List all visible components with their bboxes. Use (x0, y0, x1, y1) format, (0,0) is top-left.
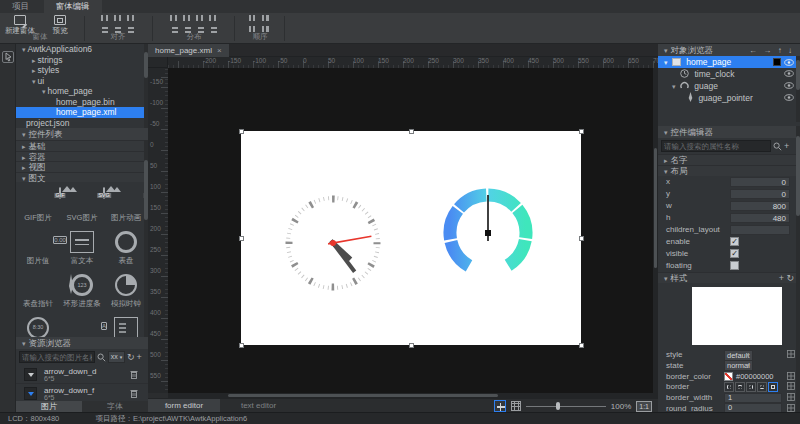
refresh-style-icon[interactable]: ↻ (786, 273, 794, 283)
align-right-icon[interactable] (127, 14, 136, 22)
prop-children-layout-input[interactable] (730, 225, 790, 235)
section-layout[interactable]: ▾布局 (658, 165, 800, 176)
tab-text-editor[interactable]: text editor (223, 399, 295, 413)
selection-handle[interactable] (239, 236, 244, 241)
dist-h-gap-icon[interactable] (209, 14, 218, 22)
state-grid-icon[interactable] (787, 382, 795, 390)
section-name[interactable]: ▸名字 (658, 154, 800, 165)
object-guage-pointer[interactable]: guage_pointer (658, 92, 800, 104)
border-left-button[interactable] (724, 382, 734, 392)
send-back-icon[interactable] (262, 14, 271, 22)
category-basic[interactable]: ▸基础 (16, 140, 148, 151)
add-style-icon[interactable]: + (779, 273, 784, 283)
widget-gauge[interactable]: 表盘 (104, 225, 148, 268)
align-left-icon[interactable] (101, 14, 110, 22)
selection-handle[interactable] (409, 343, 414, 348)
eye-icon[interactable] (784, 70, 794, 77)
dist-h-left-icon[interactable] (170, 14, 179, 22)
object-guage[interactable]: ▾ guage (658, 80, 800, 92)
widget-editor-scrollbar[interactable] (796, 126, 800, 412)
resource-filter-dropdown[interactable]: xx ▾ (108, 351, 125, 363)
enable-checkbox[interactable]: ✓ (730, 237, 739, 246)
category-container[interactable]: ▸容器 (16, 151, 148, 162)
tree-item-styles[interactable]: ▸styles (16, 65, 148, 76)
move-right-icon[interactable]: → (763, 46, 771, 55)
tab-images[interactable]: 图片 (16, 401, 82, 412)
selection-handle[interactable] (239, 129, 244, 134)
object-home-page[interactable]: ▾ home_page (658, 56, 800, 68)
selection-handle[interactable] (579, 129, 584, 134)
move-down-icon[interactable]: ↓ (788, 46, 792, 55)
resource-search-input[interactable] (19, 351, 95, 363)
zoom-slider[interactable] (526, 401, 606, 411)
widget-gauge-pointer[interactable]: 表盘指针 (16, 268, 60, 311)
search-icon[interactable] (773, 142, 782, 151)
border-all-button[interactable] (768, 382, 778, 392)
widget-svg-image[interactable]: SVGSVG图片 (60, 182, 104, 225)
selection-handle[interactable] (409, 129, 414, 134)
search-icon[interactable] (97, 353, 106, 362)
tab-form-editor[interactable]: form editor (148, 399, 220, 413)
move-up-icon[interactable]: ↑ (778, 46, 782, 55)
category-view[interactable]: ▸视图 (16, 161, 148, 172)
floating-checkbox[interactable] (730, 261, 739, 270)
select-tool-button[interactable] (2, 51, 14, 63)
tree-item-strings[interactable]: ▸strings (16, 55, 148, 66)
tree-item-home-page-xml[interactable]: home_page.xml (16, 107, 148, 118)
resource-item[interactable]: arrow_down_d 6*5 (16, 365, 148, 384)
border-bottom-button[interactable] (757, 382, 767, 392)
object-time-clock[interactable]: time_clock (658, 68, 800, 80)
dist-h-right-icon[interactable] (196, 14, 205, 22)
prop-y-input[interactable]: 0 (730, 189, 790, 199)
tree-item-root[interactable]: ▾AwtkApplication6 (16, 44, 148, 55)
state-grid-icon[interactable] (787, 350, 795, 358)
widget-editor-header[interactable]: ▾控件编辑器 (658, 126, 800, 138)
widget-analog-clock[interactable]: 模拟时钟 (104, 268, 148, 311)
widget-rich-text[interactable]: 富文本 (60, 225, 104, 268)
tab-fonts[interactable]: 字体 (82, 401, 148, 412)
widget-list-header[interactable]: ▾控件列表 (16, 128, 148, 140)
prop-w-input[interactable]: 800 (730, 201, 790, 211)
guage-widget[interactable] (438, 183, 538, 283)
tree-item-ui[interactable]: ▾ui (16, 76, 148, 87)
visible-checkbox[interactable]: ✓ (730, 249, 739, 258)
section-style[interactable]: ▾样式 + ↻ (658, 272, 800, 283)
object-browser-header[interactable]: ▾对象浏览器 ← → ↑ ↓ (658, 44, 800, 56)
tree-item-home-page[interactable]: ▾home_page (16, 86, 148, 97)
border-top-button[interactable] (735, 382, 745, 392)
widget-image-animation[interactable]: ‖▶图片动画 (104, 182, 148, 225)
prop-h-input[interactable]: 480 (730, 213, 790, 223)
eye-icon[interactable] (784, 82, 794, 89)
ribbon-tab-form-edit[interactable]: 窗体编辑 (44, 0, 102, 13)
widget-progress-circle[interactable]: 123环形进度条 (60, 268, 104, 311)
form-canvas[interactable] (241, 131, 581, 345)
delete-icon[interactable] (130, 370, 138, 379)
close-icon[interactable]: × (217, 46, 222, 55)
widget-list-view[interactable] (104, 311, 148, 337)
resource-browser-header[interactable]: ▾资源浏览器 (16, 337, 148, 349)
dist-h-center-icon[interactable] (183, 14, 192, 22)
selection-handle[interactable] (579, 236, 584, 241)
document-tab[interactable]: home_page.xml × (148, 44, 229, 57)
add-resource-icon[interactable]: + (137, 351, 142, 363)
move-left-icon[interactable]: ← (749, 46, 757, 55)
border-right-button[interactable] (746, 382, 756, 392)
state-grid-icon[interactable] (787, 404, 795, 412)
widget-gif-image[interactable]: GIFGIF图片 (16, 182, 60, 225)
tree-item-project-json[interactable]: project.json (16, 118, 148, 129)
time-clock-widget[interactable] (283, 193, 383, 293)
object-browser-scrollbar[interactable] (796, 56, 800, 122)
zoom-1-1-button[interactable]: 1:1 (636, 401, 652, 412)
ribbon-tab-project[interactable]: 项目 (0, 0, 41, 13)
grid-toggle-icon[interactable] (511, 401, 521, 411)
eye-icon[interactable] (784, 59, 794, 66)
widget-text-selector[interactable]: A (60, 311, 104, 337)
state-grid-icon[interactable] (787, 372, 795, 380)
category-image-text[interactable]: ▾图文 (16, 172, 148, 183)
add-property-icon[interactable]: + (784, 140, 789, 152)
border-width-input[interactable]: 1 (724, 393, 782, 403)
refresh-icon[interactable]: ↻ (127, 351, 135, 363)
state-grid-icon[interactable] (787, 393, 795, 401)
widget-digital-clock[interactable]: 8:30 (16, 311, 60, 337)
selection-handle[interactable] (579, 343, 584, 348)
